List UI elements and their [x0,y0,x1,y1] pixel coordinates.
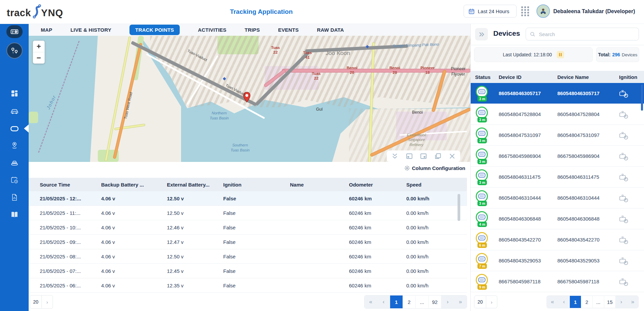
tab-raw-data[interactable]: RAW DATA [317,27,344,33]
dock-right-icon[interactable] [419,152,428,160]
track-page-size-value[interactable]: 20 [30,295,42,309]
track-row-3[interactable]: 21/05/2025 - 09:...4.06 v12.47 vFalse602… [29,235,467,249]
device-row-0[interactable]: 3 m860548046305717860548046305717 [471,83,644,104]
devices-ellipsis-button[interactable]: ... [593,296,604,308]
devices-prev-page-button[interactable]: ‹ [558,296,570,308]
device-column-header: Device Name [557,74,619,80]
sidebar-item-vehicles[interactable] [10,107,19,115]
user-avatar[interactable] [536,4,550,18]
zoom-in-button[interactable]: + [33,41,45,52]
track-table-scrollbar[interactable] [458,194,460,221]
track-page-92-button[interactable]: 92 [429,295,441,308]
track-ellipsis-button[interactable]: ... [416,295,429,308]
panel-collapse-button[interactable] [475,28,488,40]
double-chevron-right-icon [478,31,485,38]
collapse-panel-icon[interactable] [391,152,399,160]
device-search-input[interactable] [538,31,635,37]
map-canvas[interactable]: + − JohorTuas West RoadTuas-ViaductTuas … [29,36,470,162]
user-menu[interactable]: Debaleena Talukdar (Developer) [553,8,635,15]
device-ignition-icon[interactable] [619,194,644,202]
device-status: 3 m [475,106,490,123]
dock-left-icon[interactable] [405,152,413,160]
total-value: 296 [612,52,620,57]
track-column-header: Odometer [349,182,406,188]
devices-scrollbar[interactable] [641,84,643,111]
device-row-5[interactable]: 3 m860548046310444860548046310444 [471,188,644,208]
column-configuration-button[interactable]: Column Configuration [404,165,465,171]
device-ignition-icon[interactable] [619,277,644,286]
track-cell: 60246 km [349,210,406,216]
track-prev-page-button[interactable]: ‹ [377,295,390,308]
track-first-page-button[interactable]: « [364,295,377,308]
time-range-button[interactable]: Last 24 Hours [464,5,517,18]
devices-page-size-value[interactable]: 20 [474,295,486,308]
track-row-2[interactable]: 21/05/2025 - 10:...4.06 v12.46 vFalse602… [29,220,467,235]
devices-last-page-button[interactable]: » [627,296,638,308]
device-ignition-icon[interactable] [619,235,644,244]
track-row-6[interactable]: 21/05/2025 - 06:...4.06 v12.35 vFalse602… [29,278,467,293]
app-logo[interactable]: track YNQ [7,4,63,19]
sidebar-item-reports[interactable] [10,193,19,201]
device-row-6[interactable]: 4 m860548046306848860548046306848 [471,208,644,229]
apps-grid-icon[interactable] [521,6,529,17]
track-page-size-chevron[interactable]: › [42,295,53,309]
track-row-4[interactable]: 21/05/2025 - 08:...4.06 v12.50 vFalse602… [29,249,467,264]
devices-page-size-chevron[interactable]: › [486,295,497,308]
device-row-3[interactable]: 3 m866758045986904866758045986904 [471,146,644,167]
track-next-page-button[interactable]: › [441,295,454,308]
device-ignition-icon[interactable] [619,215,644,223]
device-search[interactable] [526,28,639,40]
device-ignition-icon[interactable] [619,256,644,265]
device-ignition-icon[interactable] [619,89,644,98]
track-cell: 60246 km [349,254,406,259]
zoom-out-button[interactable]: − [33,52,45,63]
device-row-9[interactable]: 9 m866758045987118866758045987118 [471,271,644,292]
sidebar-item-route-pins[interactable] [6,43,23,59]
track-page-1-button[interactable]: 1 [390,295,403,308]
device-ignition-icon[interactable] [619,131,644,140]
track-row-1[interactable]: 21/05/2025 - 11:...4.06 v12.50 vFalse602… [29,206,467,220]
device-row-1[interactable]: 3 m860548047528804860548047528804 [471,104,644,125]
devices-first-page-button[interactable]: « [547,296,558,308]
device-row-8[interactable]: 7 m860548043529053860548043529053 [471,250,644,271]
tab-events[interactable]: EVENTS [278,27,299,33]
tab-map[interactable]: MAP [41,27,52,33]
close-panel-icon[interactable] [448,152,456,160]
device-column-header: Ignition [619,74,644,80]
device-row-4[interactable]: 3 m860548046311475860548046311475 [471,167,644,188]
maximize-panel-icon[interactable] [434,152,442,160]
track-row-5[interactable]: 21/05/2025 - 07:...4.06 v12.45 vFalse602… [29,264,467,278]
sidebar-item-dashboard[interactable] [10,89,19,97]
device-row-2[interactable]: 3 m860548047531097860548047531097 [471,125,644,146]
device-age-badge: 3 m [477,138,487,143]
sidebar-item-device-hub[interactable] [6,25,23,38]
device-ignition-icon[interactable] [619,173,644,181]
devices-next-page-button[interactable]: › [616,296,627,308]
sidebar-item-documentation[interactable] [10,210,19,219]
sidebar-item-vehicle-status[interactable] [10,158,19,167]
track-last-page-button[interactable]: » [454,295,467,308]
sidebar-item-devices[interactable] [10,124,19,133]
device-age-badge: 3 m [477,117,487,122]
device-ignition-icon[interactable] [619,110,644,119]
devices-page-2-button[interactable]: 2 [581,296,593,308]
track-cell: 12.50 v [167,196,223,201]
tab-trips[interactable]: TRIPS [245,27,260,33]
column-configuration-label: Column Configuration [412,165,465,171]
track-row-0[interactable]: 21/05/2025 - 12:...4.06 v12.50 vFalse602… [29,191,467,206]
vehicle-location-marker[interactable] [243,92,251,103]
device-id: 860548043542270 [499,237,557,243]
tab-activities[interactable]: ACTIVITIES [198,27,227,33]
track-page-2-button[interactable]: 2 [403,295,416,308]
sidebar-item-schedule[interactable] [10,176,19,184]
tab-track-points[interactable]: TRACK POINTS [129,25,180,35]
device-ignition-icon[interactable] [619,152,644,161]
track-cell: 60246 km [349,239,406,245]
obd-port-icon [478,131,486,136]
devices-page-15-button[interactable]: 15 [604,296,616,308]
pause-refresh-button[interactable] [557,51,564,58]
devices-page-1-button[interactable]: 1 [570,296,581,308]
device-row-7[interactable]: 6 m860548043542270860548043542270 [471,229,644,250]
tab-live-history[interactable]: LIVE & HISTORY [70,27,111,33]
sidebar-item-locations[interactable] [10,141,19,149]
